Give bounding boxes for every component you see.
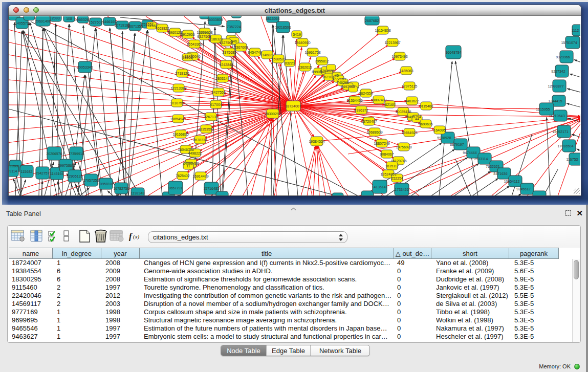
svg-text:16543362: 16543362	[186, 42, 202, 46]
svg-text:108: 108	[66, 17, 72, 20]
svg-text:44: 44	[415, 117, 419, 121]
svg-text:19756928: 19756928	[396, 145, 411, 149]
svg-text:11: 11	[186, 164, 190, 168]
svg-text:10654112: 10654112	[504, 180, 520, 183]
svg-text:746266: 746266	[337, 81, 349, 84]
svg-text:7625402: 7625402	[176, 174, 189, 178]
svg-text:12213967: 12213967	[384, 41, 400, 45]
svg-text:7386372: 7386372	[354, 108, 368, 112]
svg-text:9777169: 9777169	[332, 77, 345, 81]
svg-text:28300293: 28300293	[265, 112, 280, 116]
svg-text:98901: 98901	[182, 56, 192, 59]
svg-text:9115460: 9115460	[420, 104, 433, 108]
svg-text:8960123: 8960123	[168, 31, 182, 34]
svg-text:16154808: 16154808	[375, 29, 390, 32]
svg-text:16120746: 16120746	[390, 159, 406, 163]
svg-text:12093877: 12093877	[548, 84, 563, 88]
svg-text:1010755: 1010755	[170, 101, 184, 105]
svg-text:1192348: 1192348	[131, 191, 145, 195]
svg-text:1733426: 1733426	[395, 188, 408, 191]
svg-text:3267130: 3267130	[204, 115, 217, 119]
svg-text:19654943: 19654943	[170, 117, 186, 121]
svg-text:12905135: 12905135	[67, 174, 82, 178]
svg-text:9227342: 9227342	[551, 70, 565, 73]
svg-text:2803144: 2803144	[215, 77, 229, 80]
svg-text:10807487: 10807487	[371, 98, 386, 102]
svg-text:1405572: 1405572	[15, 21, 29, 25]
svg-text:16782759: 16782759	[113, 187, 129, 190]
svg-text:10688609: 10688609	[366, 130, 382, 134]
svg-text:9084067: 9084067	[380, 152, 394, 156]
svg-text:15751074: 15751074	[561, 41, 577, 45]
svg-text:13226058: 13226058	[197, 31, 212, 34]
svg-text:1588520: 1588520	[271, 57, 285, 61]
svg-text:116753: 116753	[567, 158, 578, 161]
svg-text:18640910: 18640910	[294, 41, 310, 45]
svg-text:8912956: 8912956	[181, 33, 194, 36]
svg-text:9146821: 9146821	[260, 53, 274, 57]
svg-text:20691406: 20691406	[35, 19, 51, 23]
svg-text:1244415: 1244415	[548, 99, 562, 103]
svg-text:45: 45	[335, 74, 339, 77]
svg-text:2093: 2093	[52, 16, 60, 20]
svg-text:16648784: 16648784	[445, 51, 461, 54]
svg-text:15720407: 15720407	[361, 120, 377, 123]
svg-text:19166825: 19166825	[172, 133, 188, 136]
svg-text:18807249: 18807249	[374, 142, 389, 145]
svg-text:9474444: 9474444	[463, 151, 476, 155]
svg-text:3375685: 3375685	[222, 51, 236, 54]
svg-text:6879197: 6879197	[450, 143, 464, 146]
svg-text:115682: 115682	[21, 170, 33, 173]
svg-text:16033809: 16033809	[207, 18, 223, 21]
svg-text:16961758: 16961758	[304, 51, 320, 54]
svg-text:10958107: 10958107	[98, 182, 114, 186]
svg-text:7632621: 7632621	[486, 165, 499, 168]
svg-text:7357224: 7357224	[227, 25, 241, 29]
svg-text:9245612: 9245612	[516, 187, 530, 191]
svg-text:1527602: 1527602	[89, 20, 102, 24]
svg-text:16914479: 16914479	[192, 174, 208, 178]
svg-text:19384554: 19384554	[309, 140, 324, 143]
svg-text:20053346: 20053346	[77, 65, 93, 69]
svg-text:6497568: 6497568	[341, 85, 355, 89]
svg-text:5938928: 5938928	[437, 136, 451, 140]
svg-text:39114: 39114	[9, 169, 17, 173]
svg-text:9657791: 9657791	[168, 186, 182, 190]
svg-text:13524851: 13524851	[380, 172, 396, 176]
svg-text:2687682: 2687682	[365, 19, 379, 23]
svg-text:1362615: 1362615	[298, 65, 312, 69]
svg-text:4498222: 4498222	[188, 151, 202, 155]
svg-text:21364436: 21364436	[346, 99, 362, 102]
svg-text:1615112: 1615112	[385, 164, 399, 168]
svg-text:10973493: 10973493	[391, 55, 407, 58]
svg-text:f: f	[129, 231, 133, 241]
svg-text:9329966: 9329966	[556, 55, 570, 59]
svg-text:15716485: 15716485	[203, 187, 219, 190]
svg-text:16046756: 16046756	[178, 148, 193, 151]
svg-text:9463627: 9463627	[405, 99, 419, 103]
svg-text:20206576: 20206576	[46, 152, 62, 156]
svg-text:1145194: 1145194	[50, 172, 64, 176]
svg-text:17359914: 17359914	[68, 152, 84, 156]
svg-text:10025438: 10025438	[395, 110, 411, 114]
svg-text:1215955: 1215955	[536, 107, 550, 111]
svg-text:6466160: 6466160	[102, 20, 116, 24]
svg-text:19218506: 19218506	[275, 26, 291, 29]
svg-text:8678334: 8678334	[193, 138, 207, 142]
svg-text:12213389: 12213389	[170, 86, 186, 90]
svg-text:2933114: 2933114	[474, 157, 488, 161]
svg-text:16671355: 16671355	[127, 25, 143, 28]
svg-text:62160: 62160	[385, 103, 395, 106]
svg-text:7663822: 7663822	[155, 27, 169, 30]
svg-text:8186323: 8186323	[209, 37, 223, 41]
svg-text:18724007: 18724007	[285, 104, 301, 108]
svg-text:17957253: 17957253	[83, 179, 99, 182]
svg-text:17016504: 17016504	[557, 144, 573, 148]
svg-text:14136141: 14136141	[372, 185, 387, 189]
svg-text:14099489: 14099489	[183, 162, 199, 165]
svg-text:164095: 164095	[433, 128, 445, 132]
svg-text:15692171: 15692171	[552, 130, 568, 134]
svg-text:39975867: 39975867	[58, 164, 74, 167]
svg-text:2718120: 2718120	[175, 72, 189, 75]
svg-text:11353594: 11353594	[199, 127, 214, 131]
